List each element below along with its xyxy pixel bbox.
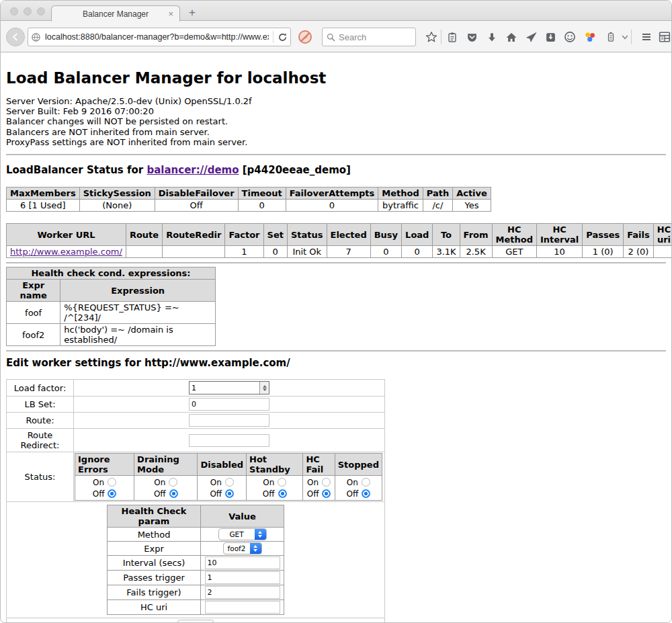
load-factor-input[interactable] bbox=[189, 381, 269, 394]
ignore-errors-on-radio[interactable] bbox=[108, 478, 116, 487]
hot-standby-on-radio[interactable] bbox=[278, 478, 286, 487]
table-row: Passes trigger bbox=[108, 571, 284, 585]
search-placeholder: Search bbox=[339, 32, 366, 42]
tab-bar: Balancer Manager × + bbox=[1, 1, 671, 21]
close-window-button[interactable] bbox=[10, 7, 18, 15]
pocket-icon[interactable] bbox=[466, 31, 478, 43]
health-check-params-row: Health Check param Value Method GET bbox=[7, 502, 385, 618]
status-hot-standby: On Off bbox=[247, 476, 303, 501]
search-input[interactable]: Search bbox=[322, 28, 416, 46]
ignore-errors-off-radio[interactable] bbox=[108, 489, 116, 498]
lb-set-input[interactable] bbox=[189, 398, 269, 411]
divider bbox=[6, 262, 666, 263]
lb-status-heading: LoadBalancer Status for balancer://demo … bbox=[6, 164, 666, 176]
colored-dots-extension-icon[interactable] bbox=[584, 31, 596, 43]
edit-worker-form: Load factor: LB Set: Route: Route Redire… bbox=[6, 379, 385, 623]
submit-button[interactable]: Submit bbox=[177, 620, 214, 623]
container-caret-icon[interactable] bbox=[619, 31, 631, 43]
worker-status-table: Worker URL Route RouteRedir Factor Set S… bbox=[6, 223, 672, 258]
reading-list-icon[interactable] bbox=[446, 31, 458, 43]
table-row: http://www.example.com/ 1 0 Init Ok 7 0 … bbox=[7, 246, 672, 258]
grid-icon[interactable] bbox=[659, 31, 671, 43]
status-options-table: Ignore Errors Draining Mode Disabled Hot… bbox=[75, 453, 382, 501]
send-tab-icon[interactable] bbox=[525, 31, 537, 43]
reload-icon[interactable] bbox=[278, 32, 288, 42]
zoom-window-button[interactable] bbox=[37, 7, 45, 15]
lb-set-row: LB Set: bbox=[7, 397, 385, 413]
status-hc-fail: On Off bbox=[303, 476, 335, 501]
stopped-on-radio[interactable] bbox=[362, 478, 370, 487]
status-stopped: On Off bbox=[335, 476, 382, 501]
save-page-icon[interactable] bbox=[544, 31, 556, 43]
page-title: Load Balancer Manager for localhost bbox=[6, 69, 666, 87]
table-row: Expr foof2 bbox=[108, 542, 284, 556]
menu-hamburger-icon[interactable] bbox=[640, 31, 653, 43]
passes-label: Passes trigger bbox=[108, 571, 201, 585]
table-row: Interval (secs) bbox=[108, 556, 284, 571]
method-select[interactable]: GET bbox=[218, 528, 267, 540]
toolbar-separator bbox=[441, 30, 442, 44]
table-row: On Off On Off On Off bbox=[75, 476, 382, 501]
nav-toolbar: localhost:8880/balancer-manager?b=demo&w… bbox=[1, 21, 671, 52]
globe-icon bbox=[31, 32, 41, 42]
notice-balancers: Balancers are NOT inherited from main se… bbox=[6, 127, 666, 137]
forget-smiley-icon[interactable] bbox=[564, 31, 576, 43]
page-content: Load Balancer Manager for localhost Serv… bbox=[1, 69, 671, 623]
hc-fail-on-radio[interactable] bbox=[322, 478, 331, 487]
draining-mode-on-radio[interactable] bbox=[169, 478, 177, 487]
draining-mode-off-radio[interactable] bbox=[169, 489, 178, 498]
table-header-row: Worker URL Route RouteRedir Factor Set S… bbox=[7, 224, 672, 246]
route-redirect-input[interactable] bbox=[189, 434, 269, 447]
fails-label: Fails trigger) bbox=[108, 585, 201, 600]
status-label: Status: bbox=[7, 452, 74, 502]
status-row: Status: Ignore Errors Draining Mode Disa… bbox=[7, 452, 385, 502]
method-label: Method bbox=[108, 528, 201, 542]
select-stepper-icon bbox=[255, 529, 266, 540]
divider bbox=[6, 154, 666, 155]
divider bbox=[6, 350, 666, 351]
server-built: Server Built: Feb 9 2016 07:00:20 bbox=[6, 106, 666, 116]
home-icon[interactable] bbox=[505, 31, 517, 43]
select-stepper-icon bbox=[250, 543, 261, 554]
submit-row: Submit bbox=[7, 618, 385, 623]
new-tab-button[interactable]: + bbox=[189, 6, 196, 19]
hc-uri-input[interactable] bbox=[205, 601, 280, 614]
back-button[interactable] bbox=[6, 28, 25, 46]
route-input[interactable] bbox=[189, 414, 269, 427]
minimize-window-button[interactable] bbox=[24, 7, 32, 15]
disabled-on-radio[interactable] bbox=[225, 478, 234, 487]
balancer-status-table: MaxMembers StickySession DisableFailover… bbox=[6, 187, 491, 212]
disabled-off-radio[interactable] bbox=[225, 489, 234, 498]
container-battery-icon[interactable] bbox=[605, 31, 617, 43]
route-redirect-label: Route Redirect: bbox=[7, 429, 74, 452]
hc-fail-off-radio[interactable] bbox=[322, 489, 331, 498]
url-bar[interactable]: localhost:8880/balancer-manager?b=demo&w… bbox=[28, 28, 291, 46]
server-info: Server Version: Apache/2.5.0-dev (Unix) … bbox=[6, 96, 666, 147]
passes-input[interactable] bbox=[205, 571, 280, 584]
notice-persist: Balancer changes will NOT be persisted o… bbox=[6, 116, 666, 126]
content-blocked-icon[interactable] bbox=[298, 30, 312, 47]
table-row: Method GET bbox=[108, 528, 284, 542]
fails-input[interactable] bbox=[205, 586, 280, 599]
hc-uri-label: HC uri bbox=[108, 600, 201, 615]
downloads-icon[interactable] bbox=[486, 31, 498, 43]
route-label: Route: bbox=[7, 413, 74, 429]
browser-tab[interactable]: Balancer Manager × bbox=[51, 5, 180, 22]
browser-window: Balancer Manager × + localhost:8880/bala… bbox=[0, 0, 672, 623]
notice-proxypass: ProxyPass settings are NOT inherited fro… bbox=[6, 137, 666, 147]
expr-select[interactable]: foof2 bbox=[223, 542, 262, 554]
worker-url-link[interactable]: http://www.example.com/ bbox=[10, 247, 122, 257]
load-factor-label: Load factor: bbox=[7, 380, 74, 397]
interval-input[interactable] bbox=[205, 556, 280, 569]
balancer-demo-link[interactable]: balancer://demo bbox=[146, 164, 239, 176]
table-row: HC uri bbox=[108, 600, 284, 615]
bookmark-star-icon[interactable] bbox=[425, 31, 437, 43]
table-row: Fails trigger) bbox=[108, 585, 284, 600]
back-arrow-icon bbox=[11, 32, 20, 42]
hot-standby-off-radio[interactable] bbox=[278, 489, 287, 498]
stopped-off-radio[interactable] bbox=[362, 489, 370, 498]
route-row: Route: bbox=[7, 413, 385, 429]
tab-close-icon[interactable]: × bbox=[168, 9, 173, 19]
number-stepper-icon[interactable] bbox=[259, 382, 269, 394]
load-factor-row: Load factor: bbox=[7, 380, 385, 397]
